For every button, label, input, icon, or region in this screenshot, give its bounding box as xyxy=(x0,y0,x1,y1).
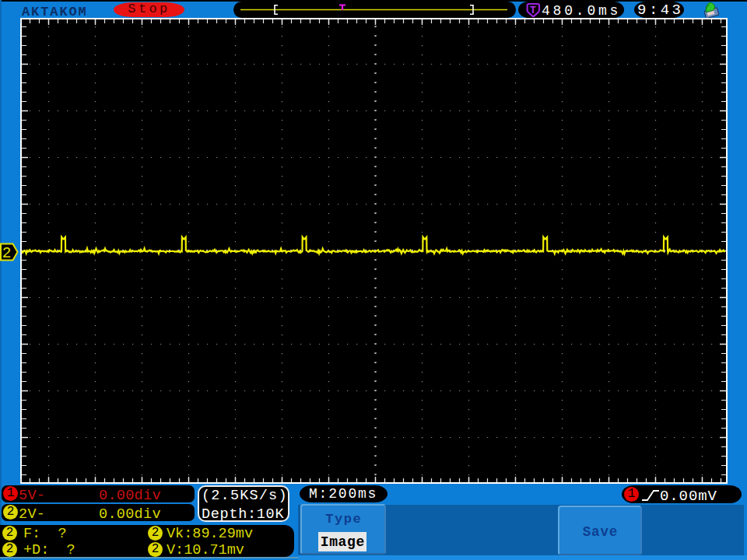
svg-text:2: 2 xyxy=(2,245,12,262)
